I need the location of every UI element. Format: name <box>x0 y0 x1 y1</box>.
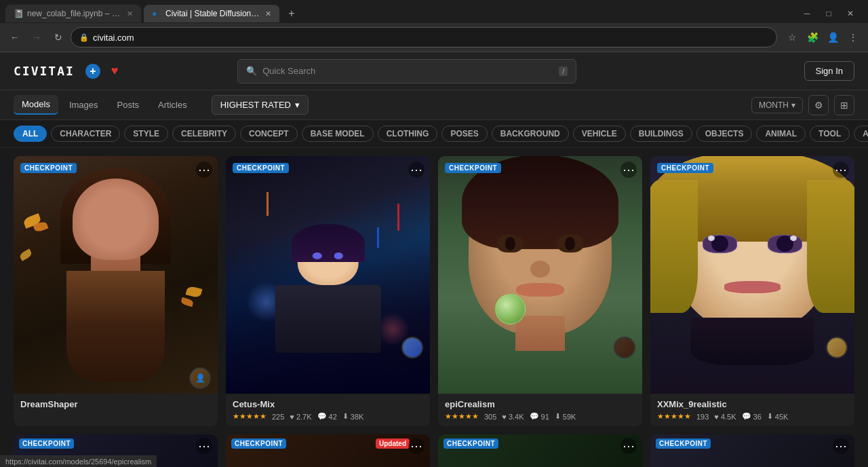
xxmix-downloads: ⬇ 45K <box>767 412 789 421</box>
search-bar[interactable]: 🔍 Quick Search / <box>237 59 576 83</box>
xxmix-comments: 💬 36 <box>742 412 762 421</box>
browser-controls: ← → ↻ 🔒 civitai.com ☆ 🧩 👤 ⋮ <box>0 23 868 52</box>
nav-articles[interactable]: Articles <box>150 96 195 114</box>
model-card-dreamshaper[interactable]: CHECKPOINT ⋯ <box>14 156 218 426</box>
cetus-mix-menu-button[interactable]: ⋯ <box>408 162 425 178</box>
back-button[interactable]: ← <box>5 28 24 47</box>
model-card-xxmix[interactable]: CHECKPOINT ⋯ <box>650 156 854 426</box>
status-url: https://civitai.com/models/25694/epicrea… <box>5 457 151 466</box>
butterfly-3 <box>18 248 33 261</box>
search-icon: 🔍 <box>246 66 257 76</box>
reload-button[interactable]: ↻ <box>49 28 68 47</box>
bottom-card-4[interactable]: CHECKPOINT ⋯ <box>650 434 854 467</box>
nav-posts[interactable]: Posts <box>109 96 148 114</box>
epicrealism-badge: CHECKPOINT <box>445 163 501 173</box>
search-placeholder-text: Quick Search <box>262 66 315 76</box>
nav-models[interactable]: Models <box>14 95 58 115</box>
cat-all[interactable]: ALL <box>14 126 47 142</box>
tab2-favicon: ● <box>152 9 161 18</box>
cat-base-model[interactable]: BASE MODEL <box>302 126 374 142</box>
extensions-button[interactable]: 🧩 <box>803 28 822 47</box>
epicrealism-title: epiCrealism <box>445 399 635 409</box>
bottom-card-2[interactable]: CHECKPOINT Updated ⋯ <box>226 434 430 467</box>
search-shortcut: / <box>559 67 568 76</box>
cetus-mix-author-avatar <box>401 337 423 358</box>
logo-heart-button[interactable]: ♥ <box>111 64 119 78</box>
epicrealism-image <box>438 156 642 394</box>
comment-icon: 💬 <box>317 412 327 421</box>
maximize-button[interactable]: □ <box>819 4 838 23</box>
nav-images[interactable]: Images <box>61 96 106 114</box>
epicrealism-menu-button[interactable]: ⋯ <box>620 162 637 178</box>
xxmix-info: XXMix_9realistic ★★★★★ 193 ♥ 4.5K 💬 36 ⬇… <box>650 394 854 426</box>
cat-character[interactable]: CHARACTER <box>51 126 120 142</box>
cat-tool[interactable]: TOOL <box>810 126 850 142</box>
model-card-epicrealism[interactable]: CHECKPOINT ⋯ <box>438 156 642 426</box>
more-button[interactable]: ⋮ <box>844 28 863 47</box>
cat-objects[interactable]: OBJECTS <box>696 126 753 142</box>
model-card-cetus-mix[interactable]: CHECKPOINT ⋯ <box>226 156 430 426</box>
address-bar[interactable]: 🔒 civitai.com <box>71 27 777 48</box>
xxmix-image <box>650 156 854 394</box>
month-filter[interactable]: MONTH ▾ <box>751 97 803 113</box>
bottom-badge-2: CHECKPOINT <box>231 438 286 449</box>
filter-label: HIGHEST RATED <box>220 100 291 110</box>
comment-icon: 💬 <box>530 412 539 421</box>
bottom-menu-3[interactable]: ⋯ <box>620 438 637 454</box>
cat-poses[interactable]: POSES <box>441 126 487 142</box>
new-tab-button[interactable]: + <box>282 4 301 23</box>
download-icon: ⬇ <box>767 412 773 421</box>
tab-bar: 📓 new_colab_file.ipynb – Collabora... ✕ … <box>0 0 868 23</box>
bottom-menu-4[interactable]: ⋯ <box>833 438 849 454</box>
cetus-mix-info: Cetus-Mix ★★★★★ 225 ♥ 2.7K 💬 42 ⬇ 38K <box>226 394 430 426</box>
cat-celebrity[interactable]: CELEBRITY <box>172 126 236 142</box>
cat-background[interactable]: BACKGROUND <box>492 126 569 142</box>
layout-button[interactable]: ⊞ <box>834 95 854 115</box>
comment-icon: 💬 <box>742 412 751 421</box>
cat-concept[interactable]: CONCEPT <box>240 126 298 142</box>
tab2-close[interactable]: ✕ <box>265 10 271 18</box>
download-icon: ⬇ <box>342 412 349 421</box>
xxmix-menu-button[interactable]: ⋯ <box>833 162 849 178</box>
close-browser-button[interactable]: ✕ <box>841 4 860 23</box>
tab1-close[interactable]: ✕ <box>127 10 133 18</box>
cat-buildings[interactable]: BUILDINGS <box>630 126 692 142</box>
bottom-menu-2[interactable]: ⋯ <box>408 438 425 454</box>
highest-rated-filter[interactable]: HIGHEST RATED ▾ <box>212 95 309 115</box>
cat-animal[interactable]: ANIMAL <box>756 126 806 142</box>
minimize-button[interactable]: ─ <box>797 4 816 23</box>
logo-plus-button[interactable]: + <box>85 64 100 79</box>
app-nav: Models Images Posts Articles HIGHEST RAT… <box>0 90 868 120</box>
bookmark-button[interactable]: ☆ <box>783 28 802 47</box>
butterfly-2 <box>185 285 202 298</box>
sign-in-button[interactable]: Sign In <box>804 61 854 81</box>
cat-action[interactable]: ACTION <box>854 126 868 142</box>
cat-vehicle[interactable]: VEHICLE <box>573 126 626 142</box>
cat-style[interactable]: STYLE <box>124 126 168 142</box>
cetus-mix-stars: ★★★★★ <box>233 412 267 421</box>
app-container: CIVITAI + ♥ 🔍 Quick Search / Sign In Mod… <box>0 52 868 467</box>
neon-orange <box>267 192 269 216</box>
bottom-badge-3: CHECKPOINT <box>443 438 498 449</box>
browser-tab-1[interactable]: 📓 new_colab_file.ipynb – Collabora... ✕ <box>5 5 141 22</box>
cat-clothing[interactable]: CLOTHING <box>378 126 438 142</box>
filter-button[interactable]: ⚙ <box>808 95 829 115</box>
models-grid: CHECKPOINT ⋯ <box>0 148 868 434</box>
dreamshaper-author-avatar: 👤 <box>189 367 211 389</box>
epicrealism-stars: ★★★★★ <box>445 412 479 421</box>
forward-button[interactable]: → <box>27 28 46 47</box>
app-logo: CIVITAI <box>14 64 75 78</box>
profile-button[interactable]: 👤 <box>823 28 842 47</box>
xxmix-title: XXMix_9realistic <box>657 399 848 409</box>
month-chevron-icon: ▾ <box>791 100 795 110</box>
browser-tab-2[interactable]: ● Civitai | Stable Diffusion models... ✕ <box>144 5 279 22</box>
tab2-title: Civitai | Stable Diffusion models... <box>165 9 261 18</box>
browser-actions: ☆ 🧩 👤 ⋮ <box>783 28 863 47</box>
categories-bar: ALL CHARACTER STYLE CELEBRITY CONCEPT BA… <box>0 120 868 148</box>
epicrealism-downloads: ⬇ 59K <box>555 412 576 421</box>
epicrealism-likes: ♥ 3.4K <box>502 413 524 421</box>
dreamshaper-menu-button[interactable]: ⋯ <box>196 162 212 178</box>
bottom-badge-1: CHECKPOINT <box>19 438 74 449</box>
bottom-menu-1[interactable]: ⋯ <box>196 438 212 454</box>
bottom-card-3[interactable]: CHECKPOINT ⋯ <box>438 434 642 467</box>
